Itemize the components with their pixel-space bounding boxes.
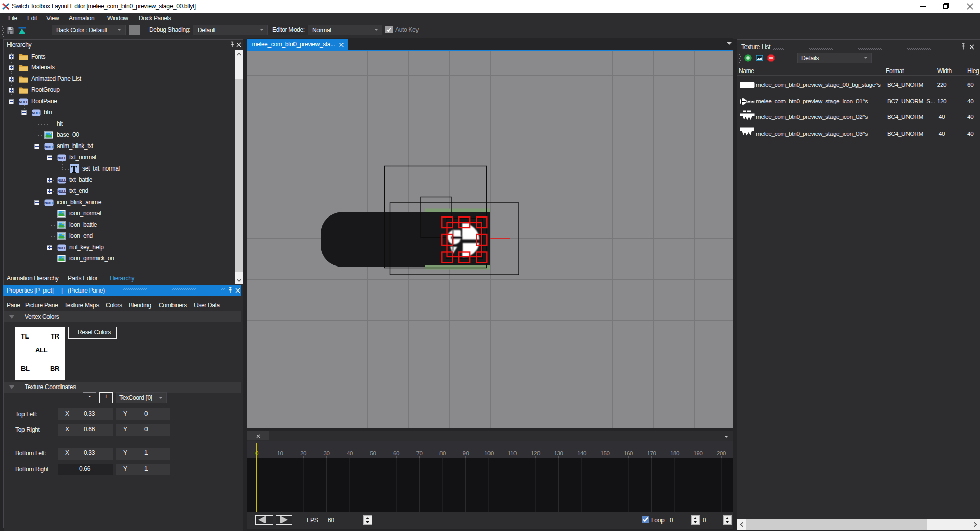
svg-text:NULL: NULL bbox=[44, 201, 54, 205]
svg-text:NULL: NULL bbox=[57, 190, 66, 194]
svg-text:NULL: NULL bbox=[44, 145, 54, 149]
svg-text:NULL: NULL bbox=[19, 100, 28, 104]
svg-text:NULL: NULL bbox=[32, 111, 41, 115]
svg-text:NULL: NULL bbox=[57, 179, 66, 182]
svg-text:NULL: NULL bbox=[57, 246, 66, 250]
svg-text:NULL: NULL bbox=[57, 156, 66, 160]
